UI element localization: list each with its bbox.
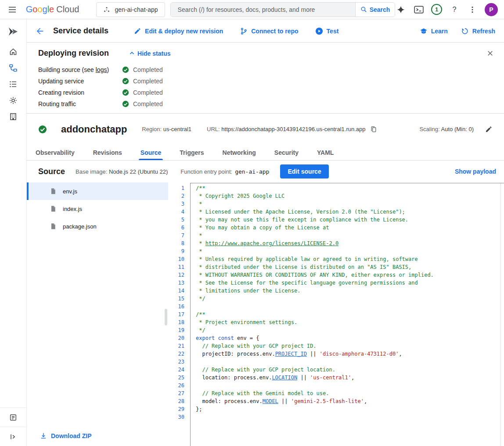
code-line: [196, 382, 500, 389]
copy-url-icon[interactable]: [370, 125, 377, 133]
learn-label: Learn: [431, 28, 448, 35]
tab-observability[interactable]: Observability: [34, 145, 76, 160]
search-button[interactable]: Search: [355, 3, 395, 17]
download-icon: [40, 432, 47, 439]
repo-branch-icon: [240, 27, 248, 35]
show-payload-link[interactable]: Show payload: [455, 168, 496, 175]
editor-scrollbar[interactable]: [500, 183, 504, 446]
cloud-run-logo: [0, 20, 26, 43]
editor-code[interactable]: /** * Copyright 2025 Google LLC * * Lice…: [190, 183, 500, 446]
project-name: gen-ai-chat-app: [115, 6, 158, 13]
code-line: * http://www.apache.org/licenses/LICENSE…: [196, 239, 500, 247]
status-row-label: Routing traffic: [38, 100, 122, 107]
learn-icon: [420, 27, 428, 35]
tab-triggers[interactable]: Triggers: [178, 145, 205, 160]
code-line: // Replace with your GCP project locatio…: [196, 366, 500, 374]
file-icon: [50, 188, 57, 195]
help-icon[interactable]: ?: [449, 4, 460, 15]
base-image-label: Base image:: [76, 168, 107, 175]
hamburger-menu-icon[interactable]: [7, 4, 18, 15]
sidebar-item-list[interactable]: [0, 76, 26, 92]
entry-point-value: gen-ai-app: [235, 168, 269, 175]
code-line: // Replace with your GCP project ID.: [196, 342, 500, 350]
code-line: *: [196, 200, 500, 208]
code-line: projectID: process.env.PROJECT_ID || 'di…: [196, 350, 500, 358]
tab-security[interactable]: Security: [273, 145, 300, 160]
notifications-badge[interactable]: 1: [431, 4, 442, 15]
action-bar: Service details Edit & deploy new revisi…: [27, 20, 504, 43]
connect-repo-button[interactable]: Connect to repo: [240, 27, 298, 35]
service-url: URL: https://addonchatapp-301439142196.u…: [207, 126, 365, 132]
tab-networking[interactable]: Networking: [221, 145, 258, 160]
status-row-value: Completed: [122, 78, 163, 85]
release-notes-icon[interactable]: [0, 407, 26, 427]
gemini-sparkle-icon[interactable]: [395, 4, 407, 15]
search-input[interactable]: [171, 3, 355, 17]
hide-status-label: Hide status: [137, 50, 170, 57]
status-panel-title: Deploying revision: [38, 49, 109, 58]
topbar-right-icons: 1 ? P: [395, 3, 498, 16]
user-avatar[interactable]: P: [485, 3, 498, 16]
logs-link[interactable]: logs: [96, 66, 107, 73]
code-line: };: [196, 405, 500, 413]
sidebar-item-settings[interactable]: [0, 92, 26, 108]
code-editor[interactable]: 1234567891011121314151617181920212223242…: [168, 182, 504, 446]
code-line: [196, 358, 500, 366]
sidebar-item-home[interactable]: [0, 43, 26, 60]
search-icon: [360, 6, 367, 13]
refresh-icon: [461, 27, 469, 35]
status-row-value: Completed: [122, 66, 163, 73]
back-arrow-icon[interactable]: [35, 26, 45, 36]
status-row: Routing trafficCompleted: [38, 98, 496, 110]
code-line: * Copyright 2025 Google LLC: [196, 192, 500, 200]
edit-source-button[interactable]: Edit source: [280, 164, 328, 178]
code-line: * You may obtain a copy of the License a…: [196, 224, 500, 232]
edit-deploy-button[interactable]: Edit & deploy new revision: [134, 27, 223, 35]
edit-deploy-label: Edit & deploy new revision: [145, 28, 223, 35]
code-line: * Project environment settings.: [196, 318, 500, 326]
collapse-panel-icon[interactable]: [0, 427, 26, 446]
file-row-index.js[interactable]: index.js: [27, 200, 168, 218]
download-zip-label: Download ZIP: [51, 432, 92, 439]
url-label: URL:: [207, 126, 220, 132]
base-image-value: Node.js 22 (Ubuntu 22): [109, 168, 168, 175]
code-line: *: [196, 247, 500, 255]
source-section-title: Source: [38, 167, 65, 176]
chevron-up-icon: [129, 50, 135, 56]
hide-status-button[interactable]: Hide status: [129, 50, 170, 57]
file-row-package.json[interactable]: package.json: [27, 218, 168, 235]
learn-button[interactable]: Learn: [420, 27, 448, 35]
left-nav-rail: [0, 20, 27, 446]
url-value: https://addonchatapp-301439142196.us-cen…: [221, 126, 365, 132]
cloud-shell-icon[interactable]: [413, 4, 425, 15]
code-line: */: [196, 326, 500, 334]
refresh-label: Refresh: [472, 28, 495, 35]
edit-scaling-pencil-icon[interactable]: [485, 125, 493, 133]
tab-revisions[interactable]: Revisions: [91, 145, 124, 160]
tab-source[interactable]: Source: [139, 145, 163, 160]
more-options-kebab-icon[interactable]: [467, 4, 478, 15]
action-bar-right: Learn Refresh: [420, 27, 495, 35]
sidebar-item-cloud-run-services[interactable]: [0, 60, 26, 76]
status-rows: Building source (see logs)CompletedUpdat…: [38, 64, 496, 110]
refresh-button[interactable]: Refresh: [461, 27, 495, 35]
close-icon[interactable]: [486, 49, 494, 57]
check-circle-icon: [38, 125, 47, 134]
tab-yaml[interactable]: YAML: [315, 145, 335, 160]
editor-gutter: 1234567891011121314151617181920212223242…: [168, 183, 190, 421]
play-circle-icon: [315, 27, 323, 35]
code-line: */: [196, 295, 500, 303]
sidebar-item-domains[interactable]: [0, 108, 26, 125]
file-row-env.js[interactable]: env.js: [27, 182, 168, 200]
code-line: export const env = {: [196, 334, 500, 342]
check-circle-icon: [122, 89, 129, 96]
entry-point: Function entry point: gen-ai-app: [180, 168, 269, 175]
test-button[interactable]: Test: [315, 27, 339, 35]
service-scaling: Scaling: Auto (Min: 0): [419, 126, 474, 132]
project-selector[interactable]: gen-ai-chat-app: [96, 2, 165, 17]
download-zip-button[interactable]: Download ZIP: [40, 432, 92, 439]
entry-point-label: Function entry point:: [180, 168, 232, 175]
code-line: [196, 413, 500, 421]
file-panel-scrollbar-thumb[interactable]: [165, 309, 167, 325]
test-label: Test: [327, 28, 339, 35]
